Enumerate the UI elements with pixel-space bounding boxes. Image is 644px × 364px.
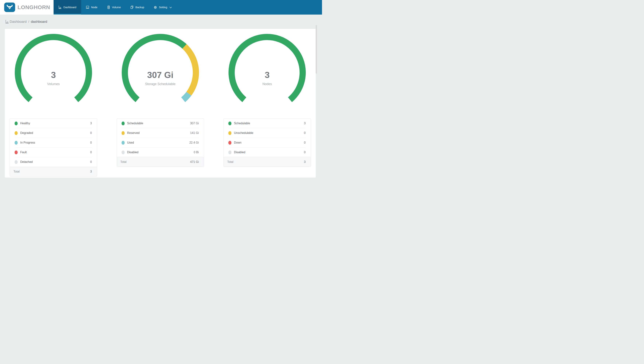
legend-row-schedulable: Schedulable 3 [224,118,311,128]
total-value: 3 [304,160,306,164]
total-label: Total [120,160,127,164]
storage-legend-table: Schedulable 307 Gi Reserved 141 Gi Used … [117,118,204,167]
breadcrumb-current-page: dashboard [31,20,47,24]
legend-row-disabled: Disabled 0 Bi [117,148,204,157]
total-value: 3 [90,170,92,173]
nav-tab-label: Setting [159,6,167,9]
legend-row-healthy: Healthy 3 [10,118,97,128]
legend-label: Schedulable [127,122,143,125]
total-label: Total [14,170,20,173]
chevron-down-icon [170,7,172,8]
legend-value: 0 [90,141,92,144]
legend-value: 307 Gi [190,122,199,125]
app-logo[interactable]: LONGHORN [0,0,54,14]
legend-row-in-progress: In Progress 0 [10,138,97,148]
legend-dot [14,141,18,145]
total-value: 471 Gi [190,160,199,164]
dashboard-card: 3 Volumes Healthy 3 Degraded 0 I [5,29,316,178]
legend-dot [122,141,125,145]
legend-label: Schedulable [234,122,250,125]
legend-row-degraded: Degraded 0 [10,128,97,138]
nav-tab-node[interactable]: Node [81,0,102,14]
legend-row-fault: Fault 0 [10,148,97,157]
legend-row-detached: Detached 0 [10,157,97,167]
nodes-legend-table: Schedulable 3 Unschedulable 0 Down 0 [224,118,311,167]
legend-value: 22.4 Gi [189,141,199,144]
legend-dot [228,150,232,154]
legend-value: 0 Bi [194,151,199,154]
legend-total-row: Total 3 [10,167,97,176]
legend-total-row: Total 471 Gi [117,157,204,167]
nav-tab-label: Volume [112,6,121,9]
brand-name: LONGHORN [18,4,50,10]
legend-dot [14,150,18,154]
legend-dot [228,122,232,125]
volumes-panel: 3 Volumes Healthy 3 Degraded 0 I [10,34,97,176]
legend-dot [122,131,125,135]
nav-tab-dashboard[interactable]: Dashboard [54,0,81,14]
legend-label: Reserved [127,131,140,135]
volumes-legend-table: Healthy 3 Degraded 0 In Progress 0 [10,118,97,176]
legend-total-row: Total 3 [224,157,311,167]
nav-tab-volume[interactable]: Volume [102,0,126,14]
legend-dot [228,141,232,145]
total-label: Total [227,160,234,164]
nodes-panel: 3 Nodes Schedulable 3 Unschedulable 0 [224,34,311,176]
legend-value: 3 [304,122,306,125]
legend-value: 141 Gi [190,131,199,135]
legend-dot [122,150,125,154]
scrollbar-thumb[interactable] [316,25,317,74]
legend-value: 0 [90,131,92,135]
bar-chart-icon [5,20,9,24]
legend-dot [14,160,18,164]
breadcrumb-section[interactable]: Dashboard [10,20,26,24]
legend-label: Healthy [20,122,30,125]
legend-label: Disabled [234,151,245,154]
bar-chart-icon [58,6,62,9]
legend-value: 0 [304,141,306,144]
legend-label: In Progress [20,141,35,144]
legend-row-schedulable: Schedulable 307 Gi [117,118,204,128]
backup-icon [130,6,134,9]
nav-tab-setting[interactable]: Setting [149,0,176,14]
main-nav: Dashboard Node Volume [54,0,176,14]
longhorn-bull-icon [4,2,15,12]
legend-row-down: Down 0 [224,138,311,148]
legend-label: Fault [20,151,27,154]
storage-panel: 307 Gi Storage Schedulable Schedulable 3… [117,34,204,176]
legend-label: Detached [20,160,33,164]
breadcrumb: Dashboard / dashboard [0,14,322,29]
legend-value: 0 [304,151,306,154]
legend-row-disabled: Disabled 0 [224,148,311,157]
nav-tab-label: Dashboard [64,6,76,9]
legend-value: 0 [304,131,306,135]
legend-label: Used [127,141,134,144]
legend-row-unschedulable: Unschedulable 0 [224,128,311,138]
legend-value: 3 [90,122,92,125]
nodes-gauge: 3 Nodes [228,34,306,111]
legend-dot [228,131,232,135]
legend-value: 0 [90,151,92,154]
volumes-gauge-label: Volumes [15,82,92,86]
legend-dot [122,122,125,125]
gear-icon [154,6,157,9]
node-icon [86,6,89,9]
breadcrumb-separator: / [28,20,29,24]
nav-tab-label: Node [91,6,98,9]
volumes-gauge: 3 Volumes [15,34,92,111]
nodes-gauge-label: Nodes [228,82,306,86]
legend-label: Down [234,141,242,144]
volumes-count: 3 [15,70,92,80]
legend-row-reserved: Reserved 141 Gi [117,128,204,138]
storage-schedulable-amount: 307 Gi [122,70,199,80]
legend-dot [14,122,18,125]
storage-gauge-label: Storage Schedulable [122,82,199,86]
legend-row-used: Used 22.4 Gi [117,138,204,148]
legend-value: 0 [90,160,92,164]
legend-dot [14,131,18,135]
nav-tab-backup[interactable]: Backup [126,0,149,14]
nav-tab-label: Backup [136,6,144,9]
legend-label: Degraded [20,131,33,135]
legend-label: Disabled [127,151,138,154]
volume-icon [107,6,110,9]
